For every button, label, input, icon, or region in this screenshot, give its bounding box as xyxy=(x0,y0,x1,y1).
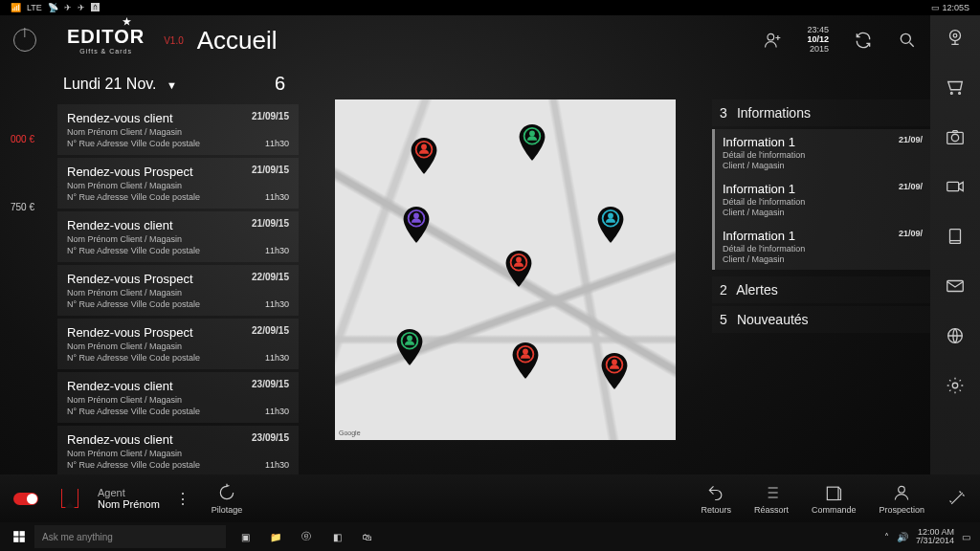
svg-point-29 xyxy=(899,486,905,493)
taskbar-clock[interactable]: 12:00 AM 7/31/2014 xyxy=(916,528,954,545)
appointment-title: Rendez-vous client xyxy=(67,218,200,232)
appointment-title: Rendez-vous client xyxy=(67,111,200,125)
svg-rect-28 xyxy=(828,487,839,499)
info-card[interactable]: Information 1Détail de l'informationClie… xyxy=(712,176,930,223)
map-pin[interactable] xyxy=(601,353,628,389)
appointment-card[interactable]: Rendez-vous ProspectNom Prénom Client / … xyxy=(57,319,299,369)
appointment-time: 11h30 xyxy=(252,407,289,416)
info-sub: Détail de l'information xyxy=(723,150,805,160)
chevron-down-icon: ▼ xyxy=(167,79,177,91)
refresh-icon xyxy=(217,483,236,502)
date-selector[interactable]: Lundi 21 Nov. ▼ 6 xyxy=(57,69,299,104)
map-pin[interactable] xyxy=(411,138,437,174)
map-pin[interactable] xyxy=(396,329,423,365)
app-logo: EDITOR★ Gifts & Cards xyxy=(67,26,145,55)
more-icon[interactable]: ⋮ xyxy=(175,490,190,508)
power-button[interactable] xyxy=(13,29,36,52)
svg-point-1 xyxy=(901,33,910,43)
appointment-card[interactable]: Rendez-vous ProspectNom Prénom Client / … xyxy=(57,265,299,316)
appointment-sub: Nom Prénom Client / Magasin xyxy=(67,395,200,405)
appointment-title: Rendez-vous Prospect xyxy=(67,325,200,340)
tray-volume-icon[interactable]: 🔊 xyxy=(897,532,908,542)
map-pin[interactable] xyxy=(597,207,624,243)
appointment-title: Rendez-vous client xyxy=(67,379,200,393)
info-sub: Client / Magasin xyxy=(723,208,805,217)
section-informations[interactable]: 3 Informations xyxy=(712,99,930,126)
reassort-button[interactable]: Réassort xyxy=(754,483,789,515)
appointment-list: Rendez-vous clientNom Prénom Client / Ma… xyxy=(57,104,299,482)
star-icon: ★ xyxy=(122,16,132,27)
edge-icon[interactable]: ⓔ xyxy=(291,522,322,551)
appointment-date: 21/09/15 xyxy=(252,165,289,175)
task-view-icon[interactable]: ▣ xyxy=(230,522,260,551)
appointment-time: 11h30 xyxy=(252,192,289,202)
retours-button[interactable]: Retours xyxy=(701,483,731,515)
video-icon[interactable] xyxy=(945,176,966,197)
map-pin[interactable] xyxy=(519,124,546,161)
appointment-sub: N° Rue Adresse Ville Code postale xyxy=(67,139,200,148)
svg-point-5 xyxy=(530,131,536,137)
store-icon[interactable]: 🛍 xyxy=(352,522,383,551)
version-label: V1.0 xyxy=(164,35,184,46)
appointment-sub: Nom Prénom Client / Magasin xyxy=(67,181,200,190)
add-user-icon[interactable] xyxy=(763,31,782,50)
mail-icon[interactable] xyxy=(945,276,966,297)
map-view[interactable]: Google xyxy=(335,99,676,440)
map-pin[interactable] xyxy=(512,342,539,379)
bookmark-icon[interactable] xyxy=(61,489,78,508)
prospection-button[interactable]: Prospection xyxy=(879,483,924,515)
appointment-count: 6 xyxy=(275,73,285,95)
book-icon[interactable] xyxy=(945,226,966,247)
svg-rect-30 xyxy=(13,531,18,536)
search-icon[interactable] xyxy=(898,31,917,50)
svg-point-15 xyxy=(523,349,528,355)
appointment-sub: N° Rue Adresse Ville Code postale xyxy=(67,353,200,363)
info-sub: Détail de l'information xyxy=(723,197,805,207)
svg-point-13 xyxy=(407,335,412,341)
tray-up-icon[interactable]: ˄ xyxy=(884,532,889,542)
svg-point-26 xyxy=(952,383,958,388)
appointment-card[interactable]: Rendez-vous clientNom Prénom Client / Ma… xyxy=(57,211,299,262)
appointment-date: 21/09/15 xyxy=(252,218,289,229)
svg-point-9 xyxy=(516,256,522,262)
camera-icon[interactable] xyxy=(945,126,966,147)
info-sub: Client / Magasin xyxy=(723,161,805,170)
map-column: Google xyxy=(314,69,697,482)
app-icon[interactable]: ◧ xyxy=(322,522,352,551)
commande-button[interactable]: Commande xyxy=(812,483,857,515)
info-card[interactable]: Information 1Détail de l'informationClie… xyxy=(712,223,930,270)
appointment-card[interactable]: Rendez-vous clientNom Prénom Client / Ma… xyxy=(57,426,299,476)
globe-icon[interactable] xyxy=(945,325,966,346)
info-sub: Détail de l'information xyxy=(723,244,805,253)
start-button[interactable] xyxy=(4,522,34,551)
svg-point-0 xyxy=(768,33,774,40)
explorer-icon[interactable]: 📁 xyxy=(260,522,291,551)
svg-point-3 xyxy=(421,144,427,150)
appointment-card[interactable]: Rendez-vous ProspectNom Prénom Client / … xyxy=(57,158,299,209)
toggle-switch[interactable] xyxy=(13,493,38,505)
info-date: 21/09/ xyxy=(899,135,923,170)
appointment-card[interactable]: Rendez-vous clientNom Prénom Client / Ma… xyxy=(57,104,299,155)
section-alertes[interactable]: 2 Alertes xyxy=(712,276,930,303)
taskbar-search[interactable]: Ask me anything xyxy=(34,525,226,548)
appointment-time: 11h30 xyxy=(252,353,289,363)
magic-wand-icon[interactable] xyxy=(947,489,967,508)
cart-icon[interactable] xyxy=(945,77,966,98)
map-pin[interactable] xyxy=(505,251,532,287)
pilotage-button[interactable]: Pilotage xyxy=(212,483,243,515)
section-nouveautes[interactable]: 5 Nouveautés xyxy=(712,306,930,333)
settings-icon[interactable] xyxy=(945,375,966,396)
notifications-icon[interactable]: ▭ xyxy=(962,532,970,542)
map-pin[interactable] xyxy=(403,207,430,243)
refresh-icon[interactable] xyxy=(854,31,873,50)
info-sub: Client / Magasin xyxy=(723,254,805,264)
svg-rect-24 xyxy=(947,281,964,292)
webcam-icon[interactable] xyxy=(945,27,966,48)
svg-point-17 xyxy=(612,359,617,364)
undo-icon xyxy=(706,483,725,502)
info-card[interactable]: Information 1Détail de l'informationClie… xyxy=(712,129,930,176)
list-icon xyxy=(762,483,781,502)
svg-rect-22 xyxy=(947,182,959,190)
info-column: 3 Informations Information 1Détail de l'… xyxy=(712,69,930,482)
appointment-card[interactable]: Rendez-vous clientNom Prénom Client / Ma… xyxy=(57,372,299,423)
